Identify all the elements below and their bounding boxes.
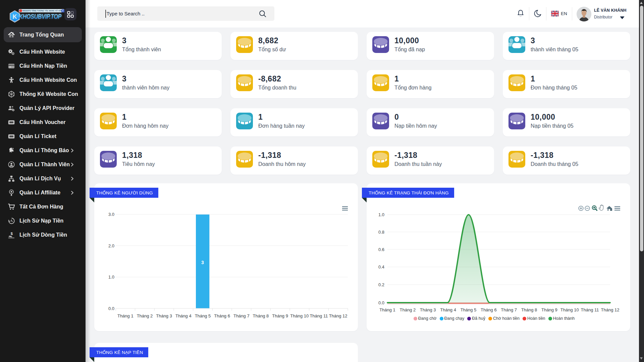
svg-text:Tháng 1: Tháng 1: [379, 307, 395, 312]
svg-text:Tháng 12: Tháng 12: [601, 307, 620, 312]
svg-text:Tháng 1: Tháng 1: [117, 313, 133, 318]
svg-text:0.0: 0.0: [378, 300, 384, 305]
svg-text:Tháng 7: Tháng 7: [501, 307, 517, 312]
svg-text:Tháng 4: Tháng 4: [175, 313, 192, 318]
svg-text:0.0: 0.0: [108, 306, 114, 311]
svg-text:Tháng 10: Tháng 10: [560, 307, 579, 312]
svg-text:Tháng 11: Tháng 11: [581, 307, 599, 312]
svg-text:Tháng 5: Tháng 5: [195, 313, 211, 318]
svg-text:Tháng 9: Tháng 9: [272, 313, 288, 318]
svg-text:0.6: 0.6: [378, 247, 384, 252]
svg-text:Tháng 2: Tháng 2: [137, 313, 153, 318]
svg-text:Tháng 10: Tháng 10: [290, 313, 309, 318]
svg-text:1.0: 1.0: [108, 275, 114, 280]
svg-text:K: K: [13, 13, 17, 20]
svg-text:Tháng 4: Tháng 4: [440, 307, 456, 312]
svg-text:Tháng 9: Tháng 9: [541, 307, 557, 312]
svg-text:Tháng 2: Tháng 2: [400, 307, 416, 312]
svg-text:1.0: 1.0: [378, 212, 384, 217]
svg-text:0.4: 0.4: [378, 264, 384, 269]
svg-text:Tháng 3: Tháng 3: [420, 307, 436, 312]
svg-text:2.0: 2.0: [108, 243, 114, 248]
svg-text:$: $: [11, 231, 13, 235]
svg-text:Tháng 8: Tháng 8: [521, 307, 537, 312]
svg-text:3: 3: [201, 260, 204, 265]
svg-text:Tháng 8: Tháng 8: [253, 313, 269, 318]
svg-text:Tháng 6: Tháng 6: [214, 313, 230, 318]
svg-text:Tháng 6: Tháng 6: [481, 307, 497, 312]
svg-text:Tháng 3: Tháng 3: [156, 313, 172, 318]
svg-text:0.2: 0.2: [378, 282, 384, 287]
svg-text:3.0: 3.0: [108, 212, 114, 217]
svg-text:Tháng 12: Tháng 12: [329, 313, 347, 318]
svg-text:0.8: 0.8: [378, 230, 384, 235]
svg-text:Tháng 5: Tháng 5: [461, 307, 477, 312]
svg-text:Tháng 11: Tháng 11: [310, 313, 328, 318]
svg-text:Tháng 7: Tháng 7: [233, 313, 250, 318]
